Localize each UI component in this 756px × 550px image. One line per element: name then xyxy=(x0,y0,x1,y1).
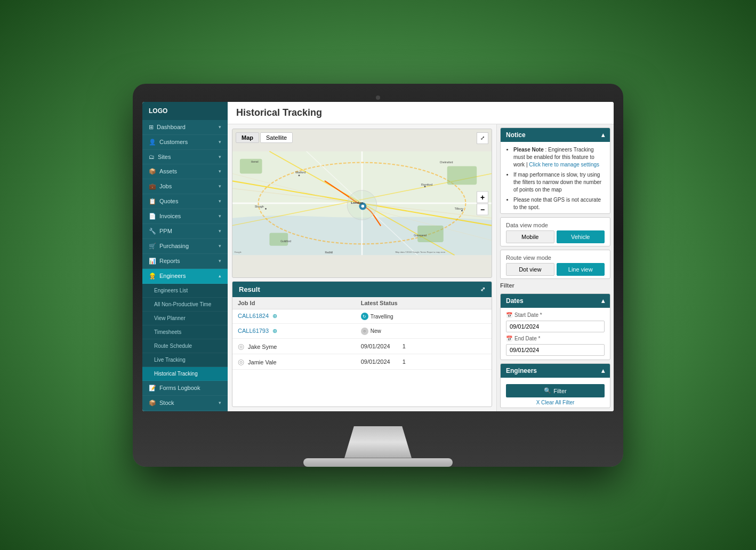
status-badge: ○ New xyxy=(361,328,381,335)
route-view-panel: Route view mode Dot view Line view xyxy=(500,250,610,279)
sidebar-item-settings[interactable]: ⚙Settings xyxy=(142,411,228,411)
sidebar-item-assets[interactable]: 📦Assets ▾ xyxy=(142,164,228,179)
engineers-panel-header[interactable]: Engineers ▴ xyxy=(501,364,610,378)
sidebar-logo: LOGO xyxy=(142,102,228,120)
sidebar-item-reports[interactable]: 📊Reports ▾ xyxy=(142,254,228,269)
svg-text:Gravesend: Gravesend xyxy=(414,234,427,237)
end-date-group: 📅 End Date * xyxy=(506,336,605,356)
clear-filter-btn[interactable]: X Clear All Filter xyxy=(506,400,605,405)
dates-panel: Dates ▴ 📅 Start Date * xyxy=(500,293,610,360)
end-date-input[interactable] xyxy=(506,344,605,356)
map-container: Watford Romford Slough Tilbury London He… xyxy=(232,129,492,278)
data-view-vehicle-btn[interactable]: Vehicle xyxy=(557,230,605,243)
content-area: Watford Romford Slough Tilbury London He… xyxy=(228,124,614,411)
data-view-mobile-btn[interactable]: Mobile xyxy=(506,230,554,243)
filter-label: Filter xyxy=(500,282,610,289)
sidebar-item-forms-logbook[interactable]: 📝Forms Logbook xyxy=(142,381,228,396)
sidebar-item-timesheets[interactable]: Timesheets xyxy=(142,325,228,339)
job-link[interactable]: CALL61824 xyxy=(238,313,269,319)
svg-text:Redhill: Redhill xyxy=(325,251,333,253)
data-view-label: Data view mode xyxy=(506,222,605,228)
page-header: Historical Tracking xyxy=(228,102,614,124)
dates-panel-body: 📅 Start Date * 📅 End Date * xyxy=(501,308,610,360)
notice-collapse-icon[interactable]: ▴ xyxy=(601,131,605,139)
sidebar-item-customers[interactable]: 👤Customers ▾ xyxy=(142,135,228,150)
calendar-icon-end: 📅 xyxy=(506,336,512,341)
notice-item: Please Note : Engineers Tracking must be… xyxy=(513,146,605,169)
sidebar-item-purchasing[interactable]: 🛒Purchasing ▾ xyxy=(142,239,228,254)
status-dot-travelling: ↻ xyxy=(361,313,368,320)
table-row: ◎ Jamie Vale 09/01/2024 1 xyxy=(232,354,492,369)
row-icon: ◎ xyxy=(238,342,244,350)
svg-text:Guildford: Guildford xyxy=(280,240,291,242)
map-fullscreen-btn[interactable]: ⤢ xyxy=(477,132,488,144)
results-header: Result ⤢ xyxy=(232,282,492,297)
results-table: Job Id Latest Status CALL61824 ⊕ xyxy=(232,297,492,370)
row-action-icon[interactable]: ⊕ xyxy=(272,313,277,319)
row-action-icon[interactable]: ⊕ xyxy=(272,328,277,334)
filter-button[interactable]: 🔍 Filter xyxy=(506,384,605,397)
svg-text:Map data ©2024 Google  Terms  : Map data ©2024 Google Terms Report a map… xyxy=(395,251,446,253)
svg-text:Hemel: Hemel xyxy=(251,160,259,163)
data-view-buttons: Mobile Vehicle xyxy=(506,230,605,243)
sidebar: LOGO ⊞Dashboard ▾ 👤Customers ▾ 🗂Sites ▾ … xyxy=(142,102,228,411)
sidebar-item-engineers-list[interactable]: Engineers List xyxy=(142,284,228,298)
notice-item: If map performance is slow, try using th… xyxy=(513,171,605,194)
data-view-panel: Data view mode Mobile Vehicle xyxy=(500,217,610,246)
sidebar-item-historical-tracking[interactable]: Historical Tracking xyxy=(142,367,228,381)
dates-collapse-icon[interactable]: ▴ xyxy=(601,297,605,305)
sidebar-item-dashboard[interactable]: ⊞Dashboard ▾ xyxy=(142,120,228,135)
notice-settings-link[interactable]: Click here to manage settings xyxy=(529,162,599,168)
main-content: Historical Tracking xyxy=(228,102,614,411)
sidebar-item-view-planner[interactable]: View Planner xyxy=(142,312,228,325)
map-results-area: Watford Romford Slough Tilbury London He… xyxy=(228,124,496,411)
svg-text:Chelmsford: Chelmsford xyxy=(440,161,453,164)
notice-item: Please note that GPS is not accurate to … xyxy=(513,196,605,211)
sidebar-item-ppm[interactable]: 🔧PPM ▾ xyxy=(142,224,228,239)
map-tab-map[interactable]: Map xyxy=(236,132,259,143)
route-view-line-btn[interactable]: Line view xyxy=(557,263,605,276)
sidebar-item-quotes[interactable]: 📋Quotes ▾ xyxy=(142,194,228,209)
svg-point-19 xyxy=(265,208,267,210)
table-row: ◎ Jake Syme 09/01/2024 1 xyxy=(232,338,492,354)
map-tab-satellite[interactable]: Satellite xyxy=(260,132,293,143)
route-view-dot-btn[interactable]: Dot view xyxy=(506,263,554,276)
job-link[interactable]: CALL61793 xyxy=(238,328,269,334)
svg-point-17 xyxy=(299,174,300,176)
calendar-icon: 📅 xyxy=(506,312,512,318)
sidebar-item-jobs[interactable]: 💼Jobs ▾ xyxy=(142,179,228,194)
route-view-label: Route view mode xyxy=(506,254,605,261)
sidebar-item-invoices[interactable]: 📄Invoices ▾ xyxy=(142,209,228,224)
sidebar-item-route-schedule[interactable]: Route Schedule xyxy=(142,339,228,353)
row-icon: ◎ xyxy=(238,357,244,366)
results-expand-btn[interactable]: ⤢ xyxy=(480,286,485,293)
svg-text:Tilbury: Tilbury xyxy=(455,207,464,210)
svg-rect-12 xyxy=(447,166,477,185)
start-date-input[interactable] xyxy=(506,321,605,332)
map-zoom-in[interactable]: + xyxy=(477,191,488,203)
notice-panel-body: Please Note : Engineers Tracking must be… xyxy=(501,142,610,214)
table-row: CALL61793 ⊕ ○ New xyxy=(232,324,492,339)
map-svg: Watford Romford Slough Tilbury London He… xyxy=(232,129,492,277)
status-badge: ↻ Travelling xyxy=(361,313,393,320)
right-panel: Notice ▴ Please Note : Engineers Trackin… xyxy=(496,124,614,411)
svg-point-16 xyxy=(361,204,365,208)
sidebar-item-sites[interactable]: 🗂Sites ▾ xyxy=(142,150,228,164)
dates-panel-header[interactable]: Dates ▴ xyxy=(501,294,610,308)
svg-text:London: London xyxy=(351,201,363,204)
map-controls: Map Satellite xyxy=(236,132,293,143)
engineers-collapse-icon[interactable]: ▴ xyxy=(601,367,605,374)
engineers-panel-body: 🔍 Filter X Clear All Filter xyxy=(501,378,610,408)
map-zoom-out[interactable]: − xyxy=(477,203,488,215)
start-date-group: 📅 Start Date * xyxy=(506,312,605,332)
sidebar-item-live-tracking[interactable]: Live Tracking xyxy=(142,353,228,367)
route-view-body: Route view mode Dot view Line view xyxy=(501,250,610,279)
data-view-body: Data view mode Mobile Vehicle xyxy=(501,218,610,246)
sidebar-item-all-non-productive[interactable]: All Non-Productive Time xyxy=(142,298,228,312)
sidebar-item-engineers[interactable]: 👷Engineers ▴ xyxy=(142,269,228,284)
sidebar-item-stock[interactable]: 📦Stock ▾ xyxy=(142,396,228,411)
notice-panel-header[interactable]: Notice ▴ xyxy=(501,128,610,142)
svg-text:Slough: Slough xyxy=(255,205,264,208)
results-panel: Result ⤢ Job Id Latest Status xyxy=(232,281,492,407)
col-job-id: Job Id xyxy=(232,297,356,309)
